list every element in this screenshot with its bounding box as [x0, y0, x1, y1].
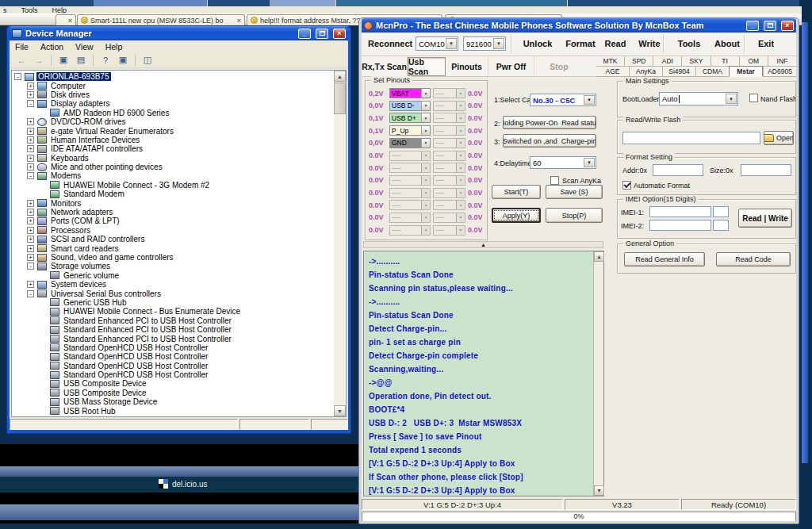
tree-item[interactable]: +Mice and other pointing devices	[12, 163, 334, 171]
read-code-button[interactable]: Read Code	[716, 252, 791, 266]
minimize-button[interactable]: _	[746, 21, 759, 31]
chevron-down-icon[interactable]	[456, 126, 465, 135]
chevron-down-icon[interactable]	[456, 213, 465, 222]
tree-item[interactable]: +Disk drives	[12, 90, 334, 99]
minimize-button[interactable]: _	[298, 29, 311, 39]
pin-select-combo[interactable]: ----	[389, 213, 431, 223]
scan-tab-rx-tx-scan[interactable]: Rx,Tx Scan	[362, 56, 408, 76]
baud-rate-combo[interactable]: 921600	[463, 36, 506, 51]
pin-mode-combo[interactable]: ----	[433, 225, 465, 236]
read-general-info-button[interactable]: Read General Info	[624, 252, 705, 266]
tree-expand-plus-icon[interactable]: +	[27, 236, 34, 243]
tree-item[interactable]: +Monitors	[12, 198, 334, 207]
pin-select-combo[interactable]: ----	[389, 175, 431, 186]
tree-item[interactable]: Generic volume	[12, 271, 334, 280]
read-button[interactable]: Read	[599, 39, 631, 48]
back-icon[interactable]: ←	[14, 54, 29, 67]
tree-expand-plus-icon[interactable]: +	[27, 163, 34, 171]
chevron-down-icon[interactable]	[456, 189, 465, 197]
tree-item[interactable]: USB Composite Device	[12, 389, 334, 397]
chevron-down-icon[interactable]	[421, 151, 430, 160]
stop-button[interactable]: Stop(P)	[546, 208, 603, 223]
tree-expand-plus-icon[interactable]: +	[27, 155, 34, 162]
chevron-down-icon[interactable]	[421, 176, 430, 185]
tab-close-icon[interactable]: ×	[68, 17, 72, 25]
pin-mode-combo[interactable]: ----	[433, 200, 465, 210]
tree-item[interactable]: -ORIONLAB-693B75	[12, 72, 334, 81]
exit-button[interactable]: Exit	[749, 39, 783, 48]
tree-item[interactable]: +SCSI and RAID controllers	[12, 235, 334, 243]
pin-select-combo[interactable]: VBAT	[389, 88, 431, 98]
pin-mode-combo[interactable]: ----	[433, 113, 465, 123]
print-icon[interactable]: ▤	[74, 54, 88, 67]
chevron-down-icon[interactable]	[456, 201, 465, 209]
device-manager-titlebar[interactable]: Device Manager _ ×	[10, 26, 348, 40]
tree-item[interactable]: +Sound, video and game controllers	[12, 253, 334, 262]
pin-mode-combo[interactable]: ----	[433, 88, 465, 98]
flash-file-input[interactable]	[622, 132, 760, 144]
tree-item[interactable]: +IDE ATA/ATAPI controllers	[12, 144, 334, 153]
close-button[interactable]: ×	[781, 21, 794, 31]
menu-view[interactable]: View	[75, 42, 94, 52]
scroll-down-icon[interactable]: ▼	[594, 485, 604, 496]
tree-item[interactable]: HUAWEI Mobile Connect - Bus Enumerate De…	[12, 307, 334, 316]
chip-tab-anyka[interactable]: AnyKa	[629, 67, 662, 77]
tree-item[interactable]: AMD Radeon HD 6900 Series	[12, 109, 334, 117]
pin-mode-combo[interactable]: ----	[433, 213, 465, 223]
chip-tab-cdma[interactable]: CDMA	[695, 67, 729, 77]
browser-menu-item[interactable]: Help	[52, 6, 67, 13]
pin-select-combo[interactable]: ----	[389, 200, 431, 210]
start-button[interactable]: Start(T)	[492, 185, 541, 199]
pin-mode-combo[interactable]: ----	[433, 163, 465, 173]
tree-expand-plus-icon[interactable]: +	[27, 217, 34, 224]
pin-mode-combo[interactable]: ----	[433, 175, 465, 186]
pin-mode-combo[interactable]: ----	[433, 151, 465, 161]
properties-icon[interactable]: ▣	[116, 54, 130, 67]
tree-item[interactable]: +Human Interface Devices	[12, 136, 334, 144]
pin-select-combo[interactable]: ----	[389, 188, 431, 198]
pin-select-combo[interactable]: ----	[389, 151, 431, 161]
browser-tab[interactable]: ☺Smart-111L new cpu (MSW 8533C-LE) bo×	[77, 14, 245, 25]
scroll-up-icon[interactable]: ▲	[594, 251, 604, 262]
pin-mode-combo[interactable]: ----	[433, 101, 465, 111]
tree-item[interactable]: -Display adapters	[12, 99, 334, 108]
chevron-down-icon[interactable]	[584, 158, 595, 167]
pin-select-combo[interactable]: GND	[389, 138, 431, 148]
chevron-down-icon[interactable]	[456, 226, 465, 235]
about-button[interactable]: About	[709, 39, 745, 48]
tree-item[interactable]: Standard OpenHCD USB Host Controller	[12, 362, 334, 370]
chip-tab-sky[interactable]: SKY	[681, 56, 710, 67]
scan-tab-usb-scan[interactable]: Usb Scan	[408, 57, 446, 76]
chip-tab-mtk[interactable]: MTK	[596, 56, 624, 67]
com-port-combo[interactable]: COM10	[416, 36, 458, 51]
tree-collapse-minus-icon[interactable]: -	[27, 100, 34, 107]
tree-expand-plus-icon[interactable]: +	[27, 209, 34, 216]
scan-tab-pwr-off[interactable]: Pwr Off	[488, 56, 534, 76]
tree-expand-plus-icon[interactable]: +	[27, 254, 34, 261]
tree-item[interactable]: USB Composite Device	[12, 379, 334, 388]
chip-tab-mstar[interactable]: Mstar	[729, 66, 763, 77]
chip-tab-adi[interactable]: ADI	[653, 56, 681, 67]
tree-item[interactable]: Generic USB Hub	[12, 298, 334, 307]
pin-select-combo[interactable]: USB D+	[389, 113, 431, 123]
chevron-down-icon[interactable]	[456, 113, 465, 122]
tree-item[interactable]: +Network adapters	[12, 208, 334, 217]
tree-item[interactable]: USB Mass Storage Device	[12, 397, 334, 406]
tree-item[interactable]: +e-gate Virtual Reader Enumerators	[12, 126, 334, 135]
tree-expand-plus-icon[interactable]: +	[27, 118, 34, 125]
tree-item[interactable]: Standard Modem	[12, 190, 334, 198]
browser-menu-item[interactable]: Tools	[21, 6, 38, 13]
imei1-check-box[interactable]	[713, 206, 729, 217]
browser-tab-partial[interactable]: ×	[56, 14, 76, 25]
pin-mode-combo[interactable]: ----	[433, 188, 465, 198]
addr-input[interactable]	[653, 164, 703, 176]
tree-expand-plus-icon[interactable]: +	[27, 128, 34, 135]
chevron-down-icon[interactable]	[456, 176, 465, 185]
chevron-down-icon[interactable]	[421, 89, 430, 98]
show-console-icon[interactable]: ▣	[56, 54, 71, 67]
imei2-input[interactable]	[649, 220, 711, 231]
scroll-down-icon[interactable]: ▼	[334, 405, 346, 416]
tree-item[interactable]: -Storage volumes	[12, 262, 334, 270]
tools-button[interactable]: Tools	[671, 39, 707, 48]
chip-tab-age[interactable]: AGE	[596, 67, 629, 77]
